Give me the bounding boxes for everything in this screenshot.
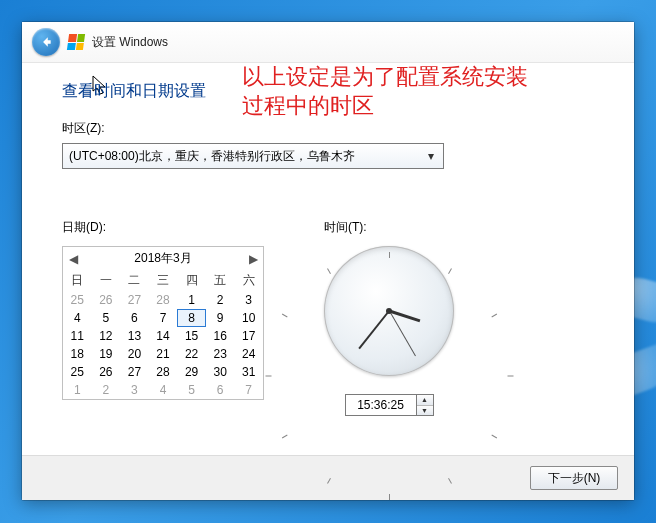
calendar-dow: 一: [92, 270, 121, 291]
calendar-day[interactable]: 23: [206, 345, 235, 363]
windows-logo-icon: [67, 34, 85, 50]
time-spinner: ▲ ▼: [416, 394, 434, 416]
calendar-day[interactable]: 7: [149, 309, 178, 327]
calendar-day[interactable]: 9: [206, 309, 235, 327]
calendar-day[interactable]: 25: [63, 363, 92, 381]
clock-tick: [282, 435, 288, 439]
content-area: 以上设定是为了配置系统安装 过程中的时区 查看时间和日期设置 时区(Z): (U…: [22, 63, 634, 455]
calendar-month-title: 2018年3月: [134, 250, 191, 267]
calendar-day[interactable]: 24: [234, 345, 263, 363]
calendar-day[interactable]: 19: [92, 345, 121, 363]
calendar-day[interactable]: 30: [206, 363, 235, 381]
time-input[interactable]: [345, 394, 416, 416]
calendar-day[interactable]: 6: [206, 381, 235, 399]
calendar-prev-button[interactable]: ◀: [65, 252, 81, 266]
calendar-day[interactable]: 13: [120, 327, 149, 345]
calendar-day[interactable]: 10: [234, 309, 263, 327]
calendar-day[interactable]: 5: [92, 309, 121, 327]
clock-tick: [508, 376, 514, 377]
calendar-day[interactable]: 3: [234, 291, 263, 309]
calendar-day[interactable]: 4: [63, 309, 92, 327]
calendar-day[interactable]: 7: [234, 381, 263, 399]
time-label: 时间(T):: [324, 219, 454, 236]
calendar-day[interactable]: 15: [177, 327, 206, 345]
calendar-day[interactable]: 28: [149, 363, 178, 381]
calendar-dow: 四: [177, 270, 206, 291]
calendar-day[interactable]: 2: [206, 291, 235, 309]
calendar-dow: 五: [206, 270, 235, 291]
date-column: 日期(D): ◀ 2018年3月 ▶ 日一二三四五六25262728123456…: [62, 207, 264, 416]
time-spin-up[interactable]: ▲: [417, 395, 433, 406]
setup-window: 设置 Windows 以上设定是为了配置系统安装 过程中的时区 查看时间和日期设…: [22, 22, 634, 500]
timezone-label: 时区(Z):: [62, 120, 594, 137]
calendar-day[interactable]: 16: [206, 327, 235, 345]
clock-tick: [491, 314, 497, 318]
clock-tick: [389, 494, 390, 500]
calendar-dow: 日: [63, 270, 92, 291]
time-spin-down[interactable]: ▼: [417, 406, 433, 416]
calendar-day[interactable]: 31: [234, 363, 263, 381]
calendar-dow: 三: [149, 270, 178, 291]
footer: 下一步(N): [22, 455, 634, 500]
window-title: 设置 Windows: [92, 34, 168, 51]
chevron-down-icon: ▾: [423, 148, 439, 164]
back-button[interactable]: [32, 28, 60, 56]
calendar-day[interactable]: 27: [120, 363, 149, 381]
calendar-day[interactable]: 20: [120, 345, 149, 363]
calendar-day[interactable]: 4: [149, 381, 178, 399]
calendar-day[interactable]: 25: [63, 291, 92, 309]
clock-tick: [266, 376, 272, 377]
clock-tick: [282, 314, 288, 318]
external-annotation: 以上设定是为了配置系统安装 过程中的时区: [242, 63, 528, 120]
timezone-selected-text: (UTC+08:00)北京，重庆，香港特别行政区，乌鲁木齐: [69, 148, 355, 165]
time-column: 时间(T): ▲ ▼: [324, 207, 454, 416]
calendar-day[interactable]: 2: [92, 381, 121, 399]
clock-tick: [448, 268, 452, 274]
next-button[interactable]: 下一步(N): [530, 466, 618, 490]
calendar: ◀ 2018年3月 ▶ 日一二三四五六252627281234567891011…: [62, 246, 264, 400]
calendar-grid: 日一二三四五六252627281234567891011121314151617…: [63, 270, 263, 399]
timezone-dropdown[interactable]: (UTC+08:00)北京，重庆，香港特别行政区，乌鲁木齐 ▾: [62, 143, 444, 169]
calendar-day[interactable]: 21: [149, 345, 178, 363]
calendar-day[interactable]: 28: [149, 291, 178, 309]
calendar-day[interactable]: 22: [177, 345, 206, 363]
clock-tick: [389, 252, 390, 258]
calendar-day[interactable]: 1: [177, 291, 206, 309]
calendar-day[interactable]: 6: [120, 309, 149, 327]
titlebar: 设置 Windows: [22, 22, 634, 63]
clock-minute-hand: [358, 310, 389, 349]
calendar-day[interactable]: 29: [177, 363, 206, 381]
calendar-next-button[interactable]: ▶: [245, 252, 261, 266]
calendar-day[interactable]: 1: [63, 381, 92, 399]
clock-tick: [327, 268, 331, 274]
calendar-day[interactable]: 14: [149, 327, 178, 345]
calendar-day[interactable]: 8: [177, 309, 206, 327]
calendar-day[interactable]: 5: [177, 381, 206, 399]
arrow-left-icon: [39, 35, 53, 49]
analog-clock: [324, 246, 454, 376]
clock-tick: [491, 435, 497, 439]
calendar-day[interactable]: 18: [63, 345, 92, 363]
calendar-dow: 六: [234, 270, 263, 291]
calendar-day[interactable]: 26: [92, 363, 121, 381]
date-label: 日期(D):: [62, 219, 264, 236]
calendar-day[interactable]: 26: [92, 291, 121, 309]
calendar-day[interactable]: 27: [120, 291, 149, 309]
calendar-day[interactable]: 11: [63, 327, 92, 345]
calendar-day[interactable]: 17: [234, 327, 263, 345]
calendar-dow: 二: [120, 270, 149, 291]
calendar-day[interactable]: 3: [120, 381, 149, 399]
calendar-day[interactable]: 12: [92, 327, 121, 345]
